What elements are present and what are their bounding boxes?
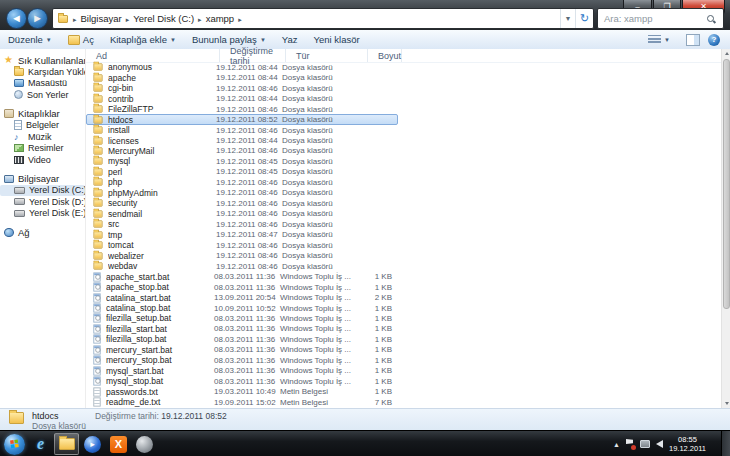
back-button[interactable]: ◄ <box>6 8 27 29</box>
table-row[interactable]: FileZillaFTP19.12.2011 08:46Dosya klasör… <box>86 104 398 114</box>
sidebar-group-kitapl-klar[interactable]: Kitaplıklar <box>0 108 85 120</box>
taskbar-button-internet-explorer[interactable]: e <box>28 433 53 455</box>
breadcrumb-item[interactable]: Bilgisayar <box>80 13 123 24</box>
toolbar-button-d-zenle[interactable]: Düzenle▼ <box>0 30 60 49</box>
table-row[interactable]: tmp19.12.2011 08:47Dosya klasörü <box>86 230 398 240</box>
folder-icon <box>93 168 102 175</box>
table-row[interactable]: cgi-bin19.12.2011 08:46Dosya klasörü <box>86 83 398 93</box>
table-row[interactable]: filezilla_start.bat08.03.2011 11:36Windo… <box>86 324 398 334</box>
taskbar-button-media-player[interactable]: ▸ <box>80 433 105 455</box>
breadcrumb-item[interactable]: xampp <box>205 13 236 24</box>
bat-icon <box>93 314 100 323</box>
search-input[interactable]: Ara: xampp <box>598 13 707 24</box>
sidebar-item-yerel-disk-e-[interactable]: Yerel Disk (E:) <box>0 208 85 220</box>
preview-pane-button[interactable] <box>686 34 700 46</box>
chevron-down-icon: ▼ <box>664 37 670 43</box>
column-header-size[interactable]: Boyut <box>368 49 402 62</box>
file-name: cgi-bin <box>108 83 216 93</box>
table-row[interactable]: mercury_stop.bat08.03.2011 11:36Windows … <box>86 355 398 365</box>
file-size: 1 KB <box>362 387 392 396</box>
vertical-scrollbar[interactable] <box>721 49 730 408</box>
tray-expand-icon[interactable]: ▲ <box>613 441 620 448</box>
table-row[interactable]: perl19.12.2011 08:45Dosya klasörü <box>86 167 398 177</box>
sidebar-item-yerel-disk-d-[interactable]: Yerel Disk (D:) <box>0 196 85 208</box>
taskbar-button-start-orb[interactable] <box>2 433 27 455</box>
doc-icon <box>14 120 22 130</box>
taskbar-clock[interactable]: 08:55 19.12.2011 <box>669 435 706 453</box>
column-header-type[interactable]: Tür <box>286 49 368 62</box>
action-center-icon[interactable] <box>626 439 634 449</box>
table-row[interactable]: apache_start.bat08.03.2011 11:36Windows … <box>86 271 398 281</box>
table-row[interactable]: anonymous19.12.2011 08:44Dosya klasörü <box>86 62 398 72</box>
sidebar-item-masa-st-[interactable]: Masaüstü <box>0 78 85 90</box>
table-row[interactable]: mysql_start.bat08.03.2011 11:36Windows T… <box>86 366 398 376</box>
sidebar-item-son-yerler[interactable]: Son Yerler <box>0 89 85 101</box>
file-date: 19.12.2011 08:46 <box>216 220 282 229</box>
table-row[interactable]: mysql_stop.bat08.03.2011 11:36Windows To… <box>86 376 398 386</box>
refresh-button[interactable]: ↻ <box>575 9 593 28</box>
table-row[interactable]: contrib19.12.2011 08:44Dosya klasörü <box>86 93 398 103</box>
scroll-up-icon[interactable] <box>722 49 730 58</box>
taskbar-button-windows-explorer[interactable] <box>54 433 79 455</box>
sidebar-item-belgeler[interactable]: Belgeler <box>0 120 85 132</box>
column-header-name[interactable]: Ad <box>86 49 220 62</box>
table-row[interactable]: catalina_stop.bat10.09.2011 10:52Windows… <box>86 303 398 313</box>
table-row[interactable]: mysql19.12.2011 08:45Dosya klasörü <box>86 156 398 166</box>
file-date: 13.09.2011 20:54 <box>214 293 280 302</box>
table-row[interactable]: filezilla_setup.bat08.03.2011 11:36Windo… <box>86 313 398 323</box>
search-box[interactable]: Ara: xampp <box>597 8 724 29</box>
table-row[interactable]: webalizer19.12.2011 08:46Dosya klasörü <box>86 250 398 260</box>
table-row[interactable]: htdocs19.12.2011 08:52Dosya klasörü <box>86 114 398 124</box>
table-row[interactable]: apache19.12.2011 08:44Dosya klasörü <box>86 72 398 82</box>
sidebar-item-m-zik[interactable]: ♪Müzik <box>0 131 85 143</box>
sidebar-group-label: Kitaplıklar <box>18 108 60 119</box>
breadcrumb-item[interactable]: Yerel Disk (C:) <box>132 13 195 24</box>
column-header-date[interactable]: Değiştirme tarihi <box>220 49 286 62</box>
table-row[interactable]: security19.12.2011 08:46Dosya klasörü <box>86 198 398 208</box>
table-row[interactable]: licenses19.12.2011 08:44Dosya klasörü <box>86 135 398 145</box>
table-row[interactable]: install19.12.2011 08:46Dosya klasörü <box>86 125 398 135</box>
table-row[interactable]: catalina_start.bat13.09.2011 20:54Window… <box>86 292 398 302</box>
volume-icon[interactable] <box>656 440 663 448</box>
toolbar-button-label: Aç <box>83 34 94 45</box>
table-row[interactable]: tomcat19.12.2011 08:46Dosya klasörü <box>86 240 398 250</box>
toolbar-button-kitapl-a-ekle[interactable]: Kitaplığa ekle▼ <box>102 30 184 49</box>
toolbar-button-a-[interactable]: Aç <box>60 30 102 49</box>
network-icon[interactable] <box>640 440 650 448</box>
help-button[interactable]: ? <box>708 34 720 46</box>
bat-icon <box>93 335 100 344</box>
toolbar-button-yeni-klas-r[interactable]: Yeni klasör <box>306 30 368 49</box>
sidebar-group-bilgisayar[interactable]: Bilgisayar <box>0 173 85 185</box>
table-row[interactable]: src19.12.2011 08:46Dosya klasörü <box>86 219 398 229</box>
sidebar-group-a-[interactable]: Ağ <box>0 226 85 238</box>
address-dropdown-button[interactable]: ▼ <box>560 9 575 28</box>
table-row[interactable]: webdav19.12.2011 08:46Dosya klasörü <box>86 261 398 271</box>
table-row[interactable]: filezilla_stop.bat08.03.2011 11:36Window… <box>86 334 398 344</box>
address-bar[interactable]: ▸Bilgisayar▸Yerel Disk (C:)▸xampp▸ ▼ ↻ <box>52 8 594 29</box>
sidebar-item-video[interactable]: Video <box>0 154 85 166</box>
sidebar-item-resimler[interactable]: Resimler <box>0 143 85 155</box>
table-row[interactable]: apache_stop.bat08.03.2011 11:36Windows T… <box>86 282 398 292</box>
table-row[interactable]: sendmail19.12.2011 08:46Dosya klasörü <box>86 209 398 219</box>
sidebar-item-yerel-disk-c-[interactable]: Yerel Disk (C:) <box>0 185 85 197</box>
sidebar-group-s-k-kullan-lanlar[interactable]: ★Sık Kullanılanlar <box>0 54 85 66</box>
sidebar-item-kar-dan-y-klemeler[interactable]: Karşıdan Yüklemeler <box>0 66 85 78</box>
table-row[interactable]: php19.12.2011 08:46Dosya klasörü <box>86 177 398 187</box>
table-row[interactable]: phpMyAdmin19.12.2011 08:46Dosya klasörü <box>86 188 398 198</box>
table-row[interactable]: readme_de.txt19.09.2011 15:02Metin Belge… <box>86 397 398 407</box>
show-desktop-button[interactable] <box>721 431 730 456</box>
taskbar-button-xampp[interactable]: X <box>106 433 131 455</box>
file-date: 19.12.2011 08:44 <box>216 73 282 82</box>
file-type: Dosya klasörü <box>282 105 364 114</box>
file-name: mercury_stop.bat <box>106 355 214 365</box>
breadcrumb-separator-icon: ▸ <box>126 16 130 23</box>
table-row[interactable]: passwords.txt19.03.2011 10:49Metin Belge… <box>86 387 398 397</box>
scroll-down-icon[interactable] <box>722 399 730 408</box>
file-type: Dosya klasörü <box>282 188 364 197</box>
forward-button[interactable]: ► <box>27 8 48 29</box>
table-row[interactable]: MercuryMail19.12.2011 08:46Dosya klasörü <box>86 146 398 156</box>
views-button[interactable]: ▼ <box>640 35 678 44</box>
scrollbar-thumb[interactable] <box>723 59 730 309</box>
table-row[interactable]: mercury_start.bat08.03.2011 11:36Windows… <box>86 345 398 355</box>
taskbar-button-gray-app[interactable] <box>132 433 157 455</box>
